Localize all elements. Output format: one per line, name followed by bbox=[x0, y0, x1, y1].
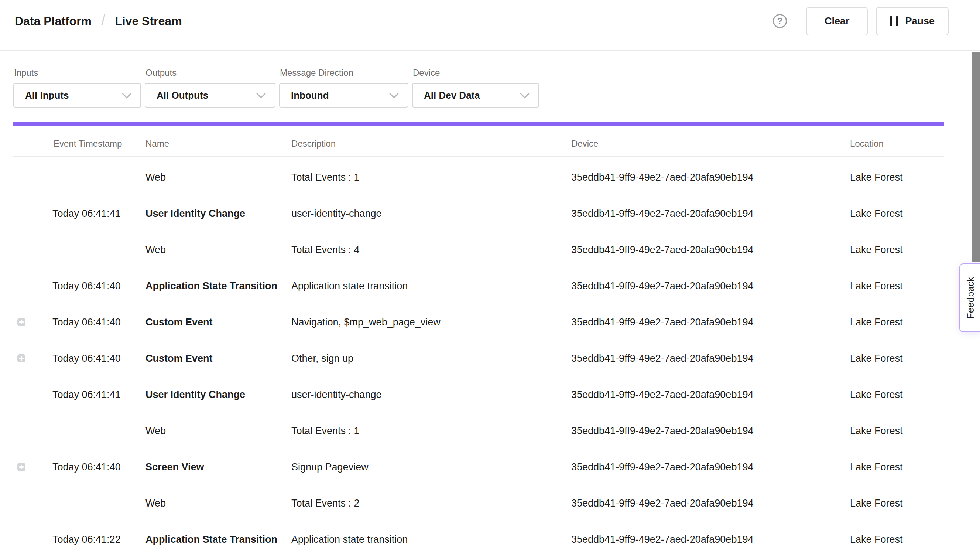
breadcrumb: Data Platform / Live Stream bbox=[15, 14, 182, 29]
event-location-cell: Lake Forest bbox=[850, 461, 944, 473]
clear-button[interactable]: Clear bbox=[806, 7, 868, 35]
column-header-expand bbox=[13, 139, 52, 149]
filter-outputs: Outputs All Outputs bbox=[145, 67, 275, 107]
event-timestamp-cell: Today 06:41:40 bbox=[52, 461, 145, 473]
event-name-cell: Custom Event bbox=[145, 317, 291, 328]
table-row[interactable]: Today 06:41:22Application State Transiti… bbox=[13, 521, 944, 549]
event-name-cell: User Identity Change bbox=[145, 208, 291, 219]
event-name-cell: Web bbox=[145, 244, 291, 256]
event-description-cell: Total Events : 1 bbox=[291, 425, 571, 437]
event-device-cell: 35eddb41-9ff9-49e2-7aed-20afa90eb194 bbox=[571, 498, 850, 509]
event-name-cell: User Identity Change bbox=[145, 389, 291, 401]
event-timestamp-cell: Today 06:41:41 bbox=[52, 208, 145, 219]
table-row[interactable]: Today 06:41:40Custom EventNavigation, $m… bbox=[13, 304, 944, 340]
help-icon[interactable]: ? bbox=[773, 14, 787, 28]
table-row[interactable]: WebTotal Events : 135eddb41-9ff9-49e2-7a… bbox=[13, 159, 944, 195]
column-header-location: Location bbox=[850, 139, 944, 149]
event-device-cell: 35eddb41-9ff9-49e2-7aed-20afa90eb194 bbox=[571, 425, 850, 437]
event-device-cell: 35eddb41-9ff9-49e2-7aed-20afa90eb194 bbox=[571, 461, 850, 473]
event-timestamp-cell: Today 06:41:40 bbox=[52, 317, 145, 328]
outputs-dropdown-value: All Outputs bbox=[157, 90, 208, 101]
event-location-cell: Lake Forest bbox=[850, 389, 944, 401]
expand-cell bbox=[13, 318, 52, 326]
event-name-cell: Application State Transition bbox=[145, 281, 291, 292]
expand-row-button[interactable] bbox=[18, 463, 25, 471]
pause-button-label: Pause bbox=[905, 16, 935, 27]
events-table: Event Timestamp Name Description Device … bbox=[13, 126, 944, 549]
event-device-cell: 35eddb41-9ff9-49e2-7aed-20afa90eb194 bbox=[571, 244, 850, 256]
event-description-cell: user-identity-change bbox=[291, 208, 571, 219]
expand-row-button[interactable] bbox=[18, 354, 25, 362]
event-device-cell: 35eddb41-9ff9-49e2-7aed-20afa90eb194 bbox=[571, 281, 850, 292]
table-row[interactable]: Today 06:41:40Application State Transiti… bbox=[13, 268, 944, 304]
event-location-cell: Lake Forest bbox=[850, 353, 944, 364]
event-description-cell: Application state transition bbox=[291, 281, 571, 292]
breadcrumb-data-platform[interactable]: Data Platform bbox=[15, 14, 92, 28]
event-timestamp-cell: Today 06:41:41 bbox=[52, 389, 145, 401]
column-header-description: Description bbox=[291, 139, 571, 149]
event-location-cell: Lake Forest bbox=[850, 281, 944, 292]
event-description-cell: Signup Pageview bbox=[291, 461, 571, 473]
table-row[interactable]: Today 06:41:41User Identity Changeuser-i… bbox=[13, 195, 944, 231]
table-row[interactable]: WebTotal Events : 235eddb41-9ff9-49e2-7a… bbox=[13, 485, 944, 521]
event-location-cell: Lake Forest bbox=[850, 172, 944, 183]
event-description-cell: Other, sign up bbox=[291, 353, 571, 364]
filter-inputs: Inputs All Inputs bbox=[13, 67, 141, 107]
breadcrumb-live-stream: Live Stream bbox=[115, 14, 182, 28]
page-header: Data Platform / Live Stream ? Clear Paus… bbox=[0, 0, 980, 51]
feedback-tab[interactable]: Feedback bbox=[959, 263, 980, 332]
filter-message-direction: Message Direction Inbound bbox=[279, 67, 408, 107]
filter-device: Device All Dev Data bbox=[412, 67, 539, 107]
column-header-device: Device bbox=[571, 139, 850, 149]
column-header-name: Name bbox=[145, 139, 291, 149]
event-description-cell: Total Events : 2 bbox=[291, 498, 571, 509]
event-device-cell: 35eddb41-9ff9-49e2-7aed-20afa90eb194 bbox=[571, 353, 850, 364]
pause-icon bbox=[890, 16, 898, 26]
chevron-down-icon bbox=[389, 89, 398, 98]
table-row[interactable]: WebTotal Events : 135eddb41-9ff9-49e2-7a… bbox=[13, 413, 944, 449]
event-device-cell: 35eddb41-9ff9-49e2-7aed-20afa90eb194 bbox=[571, 208, 850, 219]
device-dropdown-value: All Dev Data bbox=[424, 90, 480, 101]
event-device-cell: 35eddb41-9ff9-49e2-7aed-20afa90eb194 bbox=[571, 172, 850, 183]
filter-device-label: Device bbox=[413, 67, 539, 78]
expand-row-button[interactable] bbox=[18, 318, 25, 326]
outputs-dropdown[interactable]: All Outputs bbox=[145, 83, 275, 107]
table-row[interactable]: WebTotal Events : 435eddb41-9ff9-49e2-7a… bbox=[13, 231, 944, 268]
event-name-cell: Custom Event bbox=[145, 353, 291, 364]
event-description-cell: Total Events : 1 bbox=[291, 172, 571, 183]
table-row[interactable]: Today 06:41:40Custom EventOther, sign up… bbox=[13, 340, 944, 377]
inputs-dropdown-value: All Inputs bbox=[25, 90, 69, 101]
event-device-cell: 35eddb41-9ff9-49e2-7aed-20afa90eb194 bbox=[571, 389, 850, 401]
event-name-cell: Web bbox=[145, 172, 291, 183]
event-timestamp-cell: Today 06:41:40 bbox=[52, 281, 145, 292]
feedback-tab-label: Feedback bbox=[965, 277, 976, 319]
event-location-cell: Lake Forest bbox=[850, 317, 944, 328]
table-row[interactable]: Today 06:41:41User Identity Changeuser-i… bbox=[13, 377, 944, 413]
event-device-cell: 35eddb41-9ff9-49e2-7aed-20afa90eb194 bbox=[571, 534, 850, 545]
filter-outputs-label: Outputs bbox=[145, 67, 275, 78]
column-header-event-timestamp: Event Timestamp bbox=[52, 139, 145, 149]
event-description-cell: Total Events : 4 bbox=[291, 244, 571, 256]
event-name-cell: Screen View bbox=[145, 461, 291, 473]
device-dropdown[interactable]: All Dev Data bbox=[412, 83, 539, 107]
filters-bar: Inputs All Inputs Outputs All Outputs Me… bbox=[0, 51, 980, 107]
filter-inputs-label: Inputs bbox=[14, 67, 141, 78]
stream-accent-bar bbox=[13, 121, 944, 126]
expand-cell bbox=[13, 463, 52, 471]
event-location-cell: Lake Forest bbox=[850, 534, 944, 545]
event-location-cell: Lake Forest bbox=[850, 208, 944, 219]
table-row[interactable]: Today 06:41:40Screen ViewSignup Pageview… bbox=[13, 449, 944, 485]
pause-button[interactable]: Pause bbox=[876, 7, 948, 35]
vertical-scrollbar-thumb[interactable] bbox=[972, 52, 980, 262]
message-direction-dropdown-value: Inbound bbox=[291, 90, 329, 101]
filter-message-direction-label: Message Direction bbox=[280, 67, 408, 78]
message-direction-dropdown[interactable]: Inbound bbox=[279, 83, 408, 107]
table-body: WebTotal Events : 135eddb41-9ff9-49e2-7a… bbox=[13, 157, 944, 549]
expand-cell bbox=[13, 354, 52, 362]
event-location-cell: Lake Forest bbox=[850, 498, 944, 509]
live-stream-page: Data Platform / Live Stream ? Clear Paus… bbox=[0, 0, 980, 549]
event-description-cell: user-identity-change bbox=[291, 389, 571, 401]
chevron-down-icon bbox=[122, 89, 131, 98]
inputs-dropdown[interactable]: All Inputs bbox=[13, 83, 141, 107]
event-location-cell: Lake Forest bbox=[850, 425, 944, 437]
